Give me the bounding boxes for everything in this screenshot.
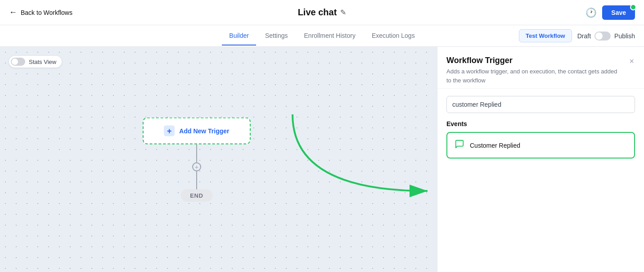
connector-line-top xyxy=(196,145,197,163)
right-panel: Workflow Trigger Adds a workflow trigger… xyxy=(437,47,644,272)
topbar-center: Live chat ✎ xyxy=(298,7,347,18)
back-label: Back to Workflows xyxy=(21,9,72,16)
trigger-plus-icon: + xyxy=(164,126,175,136)
tab-enrollment-history[interactable]: Enrollment History xyxy=(297,27,363,45)
connector-line-bottom xyxy=(196,172,197,190)
back-arrow-icon: ← xyxy=(9,8,17,17)
trigger-label: Add New Trigger xyxy=(179,127,229,135)
panel-description: Adds a workflow trigger, and on executio… xyxy=(446,67,617,85)
tabbar: Builder Settings Enrollment History Exec… xyxy=(0,25,644,47)
stats-view-label: Stats View xyxy=(29,59,56,65)
panel-header-content: Workflow Trigger Adds a workflow trigger… xyxy=(446,56,617,85)
publish-toggle[interactable] xyxy=(594,32,611,41)
save-button[interactable]: Save xyxy=(602,5,635,20)
customer-replied-event[interactable]: Customer Replied xyxy=(446,132,635,159)
close-icon[interactable]: × xyxy=(628,56,635,67)
history-icon[interactable]: 🕐 xyxy=(585,7,597,18)
topbar-right: 🕐 Save xyxy=(585,5,635,20)
workflow-canvas[interactable]: Stats View + Add New Trigger + END xyxy=(0,47,437,272)
end-node: END xyxy=(181,190,212,202)
main-content: Stats View + Add New Trigger + END xyxy=(0,47,644,272)
tab-builder[interactable]: Builder xyxy=(222,27,256,45)
arrow-decoration xyxy=(288,110,437,209)
add-trigger-node[interactable]: + Add New Trigger xyxy=(143,118,251,145)
event-name-label: Customer Replied xyxy=(470,142,520,149)
chat-icon xyxy=(455,139,464,151)
back-to-workflows[interactable]: ← Back to Workflows xyxy=(9,8,72,17)
tab-settings[interactable]: Settings xyxy=(258,27,295,45)
stats-view-toggle-switch[interactable] xyxy=(11,58,25,66)
trigger-search-input[interactable] xyxy=(446,96,635,113)
stats-view-toggle[interactable]: Stats View xyxy=(9,56,62,68)
tabbar-right: Test Workflow Draft Publish xyxy=(519,29,635,42)
tab-execution-logs[interactable]: Execution Logs xyxy=(365,27,422,45)
events-section-label: Events xyxy=(446,120,635,127)
workflow-area: + Add New Trigger + END xyxy=(143,118,251,202)
test-workflow-button[interactable]: Test Workflow xyxy=(519,29,572,42)
draft-label: Draft xyxy=(577,32,591,40)
panel-title: Workflow Trigger xyxy=(446,56,617,65)
workflow-title: Live chat xyxy=(298,7,337,18)
panel-body: Events Customer Replied xyxy=(437,89,644,166)
draft-publish-group: Draft Publish xyxy=(577,32,635,41)
edit-icon[interactable]: ✎ xyxy=(340,8,346,17)
add-step-button[interactable]: + xyxy=(192,163,201,172)
publish-label: Publish xyxy=(614,32,635,40)
topbar: ← Back to Workflows Live chat ✎ 🕐 Save xyxy=(0,0,644,25)
panel-header: Workflow Trigger Adds a workflow trigger… xyxy=(437,47,644,89)
